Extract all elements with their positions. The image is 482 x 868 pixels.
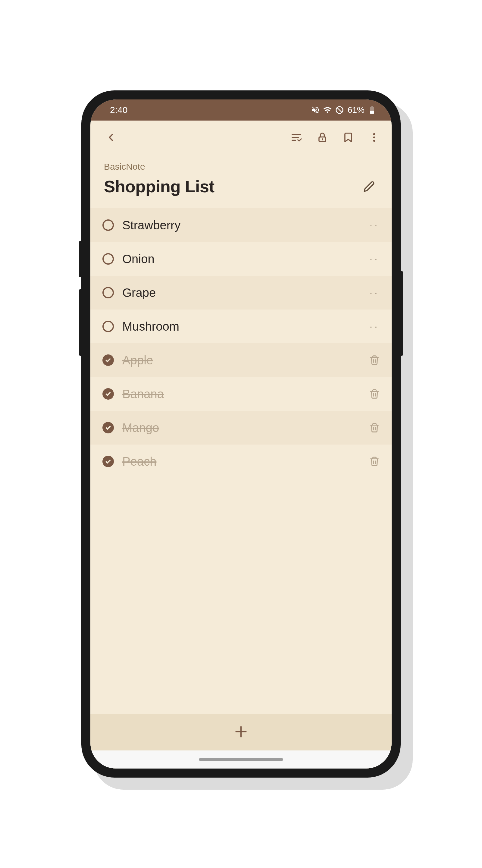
edit-title-button[interactable] bbox=[360, 178, 378, 195]
item-label: Banana bbox=[122, 387, 361, 401]
list-item[interactable]: Apple bbox=[90, 343, 392, 377]
screen: 2:40 61% bbox=[90, 99, 392, 769]
list-item[interactable]: Onion ·· bbox=[90, 242, 392, 276]
back-button[interactable] bbox=[99, 126, 122, 149]
drag-handle-icon[interactable]: ·· bbox=[369, 321, 380, 332]
checkbox-checked-icon[interactable] bbox=[102, 456, 114, 467]
item-label: Mango bbox=[122, 421, 361, 435]
item-label: Apple bbox=[122, 353, 361, 367]
svg-point-8 bbox=[373, 136, 375, 138]
drag-handle-icon[interactable]: ·· bbox=[369, 220, 380, 230]
trash-icon[interactable] bbox=[369, 456, 380, 467]
bookmark-button[interactable] bbox=[337, 126, 360, 149]
item-label: Mushroom bbox=[122, 320, 361, 333]
drag-handle-icon[interactable]: ·· bbox=[369, 287, 380, 298]
note-header: BasicNote Shopping List bbox=[90, 153, 392, 208]
pencil-icon bbox=[363, 181, 375, 192]
more-vertical-icon bbox=[368, 132, 380, 143]
phone-frame: 2:40 61% bbox=[81, 90, 401, 778]
lock-button[interactable] bbox=[311, 126, 334, 149]
do-not-disturb-icon bbox=[335, 105, 344, 115]
svg-point-9 bbox=[373, 140, 375, 142]
status-time: 2:40 bbox=[110, 105, 127, 115]
checkbox-unchecked-icon[interactable] bbox=[102, 253, 114, 265]
list-item[interactable]: Mushroom ·· bbox=[90, 310, 392, 343]
list-item[interactable]: Strawberry ·· bbox=[90, 208, 392, 242]
list-item[interactable]: Banana bbox=[90, 377, 392, 411]
more-button[interactable] bbox=[363, 126, 386, 149]
drag-handle-icon[interactable]: ·· bbox=[369, 254, 380, 264]
chevron-left-icon bbox=[105, 132, 117, 143]
item-label: Grape bbox=[122, 286, 361, 300]
svg-line-1 bbox=[337, 107, 342, 113]
android-nav-bar bbox=[90, 750, 392, 769]
checkbox-checked-icon[interactable] bbox=[102, 354, 114, 366]
list-item[interactable]: Grape ·· bbox=[90, 276, 392, 310]
nav-handle[interactable] bbox=[199, 758, 283, 761]
sort-button[interactable] bbox=[285, 126, 308, 149]
wifi-icon bbox=[323, 105, 332, 115]
battery-percent: 61% bbox=[348, 105, 364, 115]
svg-point-7 bbox=[373, 133, 375, 135]
checkbox-checked-icon[interactable] bbox=[102, 388, 114, 400]
checkbox-checked-icon[interactable] bbox=[102, 422, 114, 433]
note-category-label: BasicNote bbox=[104, 161, 378, 172]
mute-icon bbox=[311, 105, 320, 115]
checkbox-unchecked-icon[interactable] bbox=[102, 219, 114, 231]
trash-icon[interactable] bbox=[369, 355, 380, 365]
trash-icon[interactable] bbox=[369, 423, 380, 433]
list-item[interactable]: Peach bbox=[90, 444, 392, 478]
status-bar: 2:40 61% bbox=[90, 99, 392, 121]
sort-check-icon bbox=[291, 132, 302, 143]
add-item-bar[interactable] bbox=[90, 714, 392, 750]
bookmark-icon bbox=[343, 132, 354, 143]
battery-icon bbox=[367, 105, 377, 115]
status-icons: 61% bbox=[311, 105, 377, 115]
checklist: Strawberry ·· Onion ·· Grape ·· Mushroom… bbox=[90, 208, 392, 714]
checkbox-unchecked-icon[interactable] bbox=[102, 287, 114, 299]
item-label: Onion bbox=[122, 252, 361, 266]
item-label: Strawberry bbox=[122, 218, 361, 232]
app-bar bbox=[90, 122, 392, 153]
trash-icon[interactable] bbox=[369, 389, 380, 399]
lock-icon bbox=[317, 132, 328, 143]
item-label: Peach bbox=[122, 455, 361, 468]
note-title: Shopping List bbox=[104, 177, 215, 196]
list-item[interactable]: Mango bbox=[90, 411, 392, 444]
plus-icon bbox=[233, 724, 249, 741]
checkbox-unchecked-icon[interactable] bbox=[102, 321, 114, 332]
